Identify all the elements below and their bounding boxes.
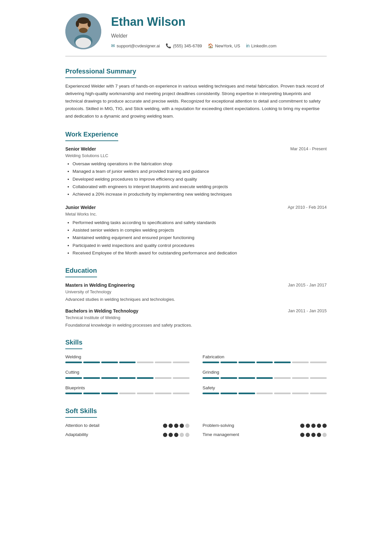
skill-segment	[119, 393, 136, 394]
soft-skill-dot	[322, 424, 327, 428]
edu-degree: Masters in Welding Engineering	[65, 282, 135, 289]
skill-item: Grinding	[203, 369, 327, 379]
skill-segment	[137, 377, 154, 379]
skill-bar	[203, 377, 327, 379]
linkedin-icon: in	[246, 42, 250, 49]
job-bullet: Assisted senior welders in complex weldi…	[73, 227, 327, 234]
contact-linkedin: in LinkedIn.com	[246, 42, 276, 49]
linkedin-value: LinkedIn.com	[251, 43, 276, 49]
skill-segment	[203, 362, 219, 363]
job-bullet: Achieved a 20% increase in productivity …	[73, 191, 327, 198]
skill-segment	[101, 362, 118, 363]
work-experience-title: Work Experience	[65, 129, 118, 141]
skill-segment	[203, 377, 219, 379]
skill-segment	[83, 377, 100, 379]
skill-segment	[65, 377, 82, 379]
skill-segment	[220, 362, 237, 363]
soft-skill-dot	[306, 433, 310, 437]
edu-desc: Foundational knowledge in welding proces…	[65, 322, 327, 329]
skill-bar	[65, 377, 189, 379]
svg-point-5	[77, 17, 89, 24]
job-date: Apr 2010 - Feb 2014	[288, 204, 327, 211]
edu-item: Masters in Welding Engineering Jan 2015 …	[65, 282, 327, 302]
edu-desc: Advanced studies in welding techniques a…	[65, 296, 327, 303]
resume-header: Ethan Wilson Welder ✉ support@cvdesigner…	[65, 13, 327, 57]
soft-skills-col-right: Problem-solving Time management	[203, 422, 327, 441]
job-bullet: Oversaw welding operations in the fabric…	[73, 161, 327, 167]
soft-skill-dot	[169, 433, 173, 437]
skill-segment	[292, 362, 309, 363]
soft-skills-grid: Attention to detail Adaptability Problem…	[65, 422, 327, 441]
avatar	[65, 13, 101, 49]
edu-header: Masters in Welding Engineering Jan 2015 …	[65, 282, 327, 289]
header-info: Ethan Wilson Welder ✉ support@cvdesigner…	[111, 13, 276, 49]
skill-segment	[203, 393, 219, 394]
skills-title: Skills	[65, 337, 82, 349]
job-bullet: Participated in weld inspections and qua…	[73, 242, 327, 249]
skill-item: Fabrication	[203, 354, 327, 363]
skill-label: Fabrication	[203, 354, 327, 360]
soft-skill-dots	[300, 433, 327, 437]
soft-skill-dot	[180, 433, 184, 437]
job-bullets: Oversaw welding operations in the fabric…	[65, 161, 327, 198]
skill-segment	[173, 377, 189, 379]
skill-label: Welding	[65, 354, 189, 360]
location-icon: 🏠	[208, 42, 213, 49]
phone-icon: 📞	[166, 42, 171, 49]
edu-degree: Bachelors in Welding Technology	[65, 308, 139, 315]
skill-segment	[65, 393, 82, 394]
skill-bar	[203, 362, 327, 363]
soft-skill-dot	[174, 433, 178, 437]
soft-skill-label: Attention to detail	[65, 422, 99, 429]
phone-value: (555) 345-6789	[173, 43, 202, 49]
soft-skill-item: Problem-solving	[203, 422, 327, 429]
job-header: Senior Welder Mar 2014 - Present	[65, 146, 327, 153]
soft-skill-dots	[163, 433, 189, 437]
soft-skill-dot	[322, 433, 327, 437]
skill-item: Cutting	[65, 369, 189, 379]
job-bullet: Developed welding procedures to improve …	[73, 176, 327, 183]
soft-skills-section: Soft Skills Attention to detail Adaptabi…	[65, 406, 327, 441]
edu-school: University of Technology	[65, 289, 327, 295]
skill-segment	[137, 393, 154, 394]
job-title: Senior Welder	[65, 146, 96, 153]
soft-skill-label: Adaptability	[65, 431, 88, 438]
svg-point-4	[75, 38, 91, 48]
skill-segment	[155, 362, 172, 363]
soft-skill-dot	[163, 424, 167, 428]
soft-skill-label: Time management	[203, 431, 239, 438]
skill-segment	[220, 393, 237, 394]
email-value: support@cvdesigner.ai	[117, 43, 160, 49]
email-icon: ✉	[111, 42, 115, 49]
skill-segment	[220, 377, 237, 379]
svg-point-6	[76, 21, 79, 27]
skill-bar	[65, 393, 189, 394]
soft-skill-dot	[163, 433, 167, 437]
job-date: Mar 2014 - Present	[290, 146, 327, 152]
skill-segment	[292, 377, 309, 379]
job-bullet: Collaborated with engineers to interpret…	[73, 184, 327, 190]
job-company: Welding Solutions LLC	[65, 153, 327, 159]
skill-segment	[238, 362, 255, 363]
job-bullets: Performed welding tasks according to spe…	[65, 219, 327, 256]
skill-label: Cutting	[65, 369, 189, 376]
edu-school: Technical Institute of Welding	[65, 315, 327, 321]
skill-segment	[256, 393, 273, 394]
contact-row: ✉ support@cvdesigner.ai 📞 (555) 345-6789…	[111, 42, 276, 49]
education-title: Education	[65, 266, 97, 277]
skill-segment	[155, 377, 172, 379]
contact-phone: 📞 (555) 345-6789	[166, 42, 202, 49]
work-experience-section: Work Experience Senior Welder Mar 2014 -…	[65, 129, 327, 257]
skill-bar	[65, 362, 189, 363]
edu-date: Jan 2015 - Jan 2017	[288, 282, 327, 288]
skill-segment	[310, 362, 327, 363]
skill-item: Safety	[203, 385, 327, 394]
skill-segment	[256, 362, 273, 363]
skills-section: Skills Welding Fabrication Cutting Grind…	[65, 337, 327, 397]
skill-segment	[238, 393, 255, 394]
edu-date: Jan 2011 - Jan 2015	[288, 308, 327, 314]
skill-segment	[65, 362, 82, 363]
jobs-container: Senior Welder Mar 2014 - Present Welding…	[65, 146, 327, 257]
skill-segment	[173, 362, 189, 363]
soft-skill-item: Attention to detail	[65, 422, 189, 429]
